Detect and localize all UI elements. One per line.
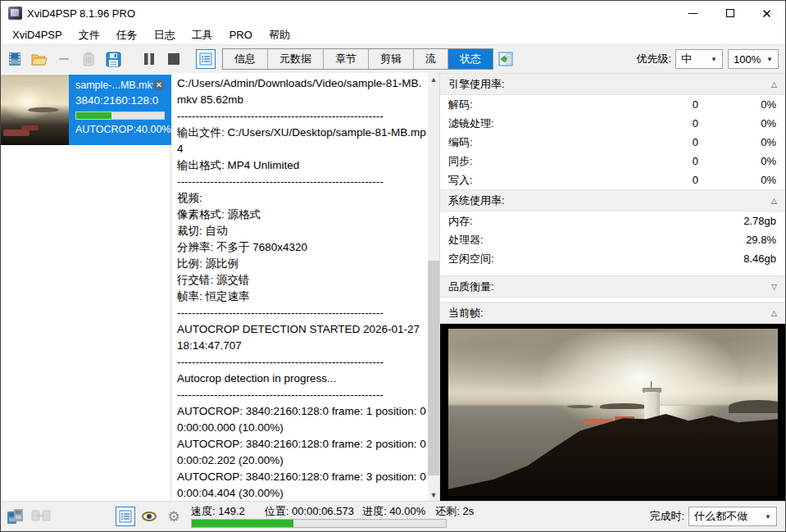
menu-help[interactable]: 帮助 — [261, 26, 298, 44]
toggle-log-button-bottom[interactable] — [116, 507, 135, 526]
open-folder-button[interactable] — [29, 48, 50, 70]
maximize-icon — [726, 9, 734, 17]
stat-row-cpu: 处理器: 29.8% — [440, 230, 785, 249]
close-icon: ✕ — [761, 7, 772, 20]
task-card[interactable]: sample-...MB.mkv ✕ 3840:2160:128:0 AUTOC… — [69, 75, 171, 145]
scroll-up-icon[interactable]: ▲ — [428, 73, 439, 85]
scrollbar-thumb[interactable] — [428, 261, 439, 475]
window-title: XviD4PSP 8.1.96 PRO — [27, 7, 135, 20]
progress-text: 进度: 40.00% — [362, 504, 425, 519]
tab-chapters[interactable]: 章节 — [324, 49, 369, 69]
menu-pro[interactable]: PRO — [221, 27, 261, 43]
close-button[interactable]: ✕ — [748, 1, 785, 25]
join-videos-button[interactable] — [6, 506, 27, 527]
log-scrollbar[interactable]: ▲ ▼ — [428, 73, 439, 501]
folder-open-icon — [31, 52, 48, 66]
stop-icon — [167, 52, 180, 66]
task-crop-value: 3840:2160:128:0 — [75, 94, 165, 107]
chevron-down-icon: ▼ — [765, 513, 771, 521]
save-icon — [106, 52, 121, 67]
stat-row-filtering: 滤镜处理: 0 0% — [440, 114, 785, 133]
section-quality-measure[interactable]: 品质衡量: ▽ — [440, 275, 785, 298]
tab-status[interactable]: 状态 — [448, 49, 493, 69]
tab-editing[interactable]: 剪辑 — [369, 49, 414, 69]
settings-button[interactable]: ⚙ — [163, 506, 184, 527]
tab-streams[interactable]: 流 — [414, 49, 448, 69]
films-icon — [7, 508, 26, 525]
speed-text: 速度: 149.2 — [191, 504, 245, 519]
task-close-icon[interactable]: ✕ — [153, 80, 165, 91]
collapse-icon[interactable]: △ — [771, 80, 777, 89]
section-current-frame[interactable]: 当前帧: △ — [440, 302, 785, 324]
log-text[interactable]: C:/Users/Admin/Downloads/Video/sample-81… — [171, 73, 428, 501]
pause-icon — [143, 52, 156, 66]
trash-icon — [83, 52, 94, 66]
task-thumbnail[interactable] — [1, 75, 69, 145]
tab-info[interactable]: 信息 — [223, 49, 268, 69]
priority-value: 中 — [681, 52, 692, 66]
on-complete-label: 完成时: — [649, 509, 684, 524]
list-icon — [119, 510, 132, 523]
task-progress-bar — [75, 111, 165, 120]
task-status-value: 40.00% — [136, 124, 170, 135]
status-bar: ⚙ 速度: 149.2 位置: 00:00:06.573 进度: 40.00% … — [1, 501, 785, 531]
scroll-down-icon[interactable]: ▼ — [428, 489, 439, 501]
zoom-value: 100% — [734, 53, 761, 66]
collapse-icon[interactable]: △ — [771, 197, 777, 205]
menu-file[interactable]: 文件 — [70, 26, 108, 44]
task-name: sample-...MB.mkv — [75, 80, 153, 91]
task-progress-fill — [76, 112, 111, 119]
minus-icon — [59, 58, 69, 60]
menu-xvid4psp[interactable]: XviD4PSP — [4, 27, 70, 43]
priority-label: 优先级: — [636, 52, 671, 66]
menu-tools[interactable]: 工具 — [184, 26, 221, 44]
task-status-label: AUTOCROP: — [75, 124, 136, 135]
on-complete-value: 什么都不做 — [694, 509, 747, 524]
eye-icon — [142, 512, 157, 521]
film-icon — [7, 52, 22, 66]
status-panel: 引擎使用率: △ 解码: 0 0% 滤镜处理: 0 0% 编码: 0 0% 同步… — [439, 73, 785, 501]
encode-progress-bar — [191, 519, 447, 528]
tab-metadata[interactable]: 元数据 — [268, 49, 324, 69]
menu-tasks[interactable]: 任务 — [108, 26, 146, 44]
maximize-button[interactable] — [711, 1, 748, 25]
stop-button[interactable] — [163, 48, 184, 70]
open-video-button[interactable] — [4, 48, 25, 70]
chevron-down-icon: ▼ — [711, 56, 717, 63]
tab-bar: 信息 元数据 章节 剪辑 流 状态 — [222, 48, 493, 70]
current-frame-preview — [440, 324, 785, 501]
remove-task-button — [53, 48, 75, 70]
lighthouse — [644, 392, 659, 421]
collapse-icon[interactable]: △ — [771, 309, 777, 317]
toggle-log-button[interactable] — [196, 49, 216, 69]
clear-tasks-button — [78, 48, 99, 70]
stat-row-decode: 解码: 0 0% — [440, 95, 785, 114]
on-complete-select[interactable]: 什么都不做 ▼ — [688, 507, 777, 526]
stat-row-free-space: 空闲空间: 8.46gb — [440, 249, 785, 268]
position-text: 位置: 00:00:06.573 — [265, 504, 354, 519]
stat-row-write: 写入: 0 0% — [440, 171, 785, 189]
menu-log[interactable]: 日志 — [146, 26, 184, 44]
task-list-panel: sample-...MB.mkv ✕ 3840:2160:128:0 AUTOC… — [1, 73, 171, 501]
link-videos-button — [30, 506, 52, 527]
menu-bar: XviD4PSP 文件 任务 日志 工具 PRO 帮助 — [1, 25, 785, 44]
expand-icon[interactable]: ▽ — [771, 283, 777, 291]
stat-row-sync: 同步: 0 0% — [440, 152, 785, 171]
encode-save-button[interactable] — [102, 48, 124, 70]
remaining-text: 还剩: 2s — [435, 504, 474, 519]
stat-row-encode: 编码: 0 0% — [440, 133, 785, 152]
app-icon — [8, 7, 22, 20]
zoom-select[interactable]: 100% ▼ — [728, 49, 779, 69]
list-icon — [199, 52, 212, 66]
gear-icon: ⚙ — [167, 508, 179, 525]
minimize-icon — [688, 13, 697, 14]
preview-button[interactable] — [139, 506, 160, 527]
toolbar: 信息 元数据 章节 剪辑 流 状态 优先级: 中 ▼ 100% ▼ — [1, 44, 785, 73]
minimize-button[interactable] — [675, 1, 711, 25]
app-window: XviD4PSP 8.1.96 PRO ✕ XviD4PSP 文件 任务 日志 … — [0, 0, 786, 532]
attach-panel-button[interactable] — [495, 48, 516, 70]
section-system-usage[interactable]: 系统使用率: △ — [440, 189, 785, 211]
pause-button[interactable] — [139, 48, 160, 70]
priority-select[interactable]: 中 ▼ — [675, 49, 723, 69]
section-engine-usage[interactable]: 引擎使用率: △ — [440, 73, 785, 95]
